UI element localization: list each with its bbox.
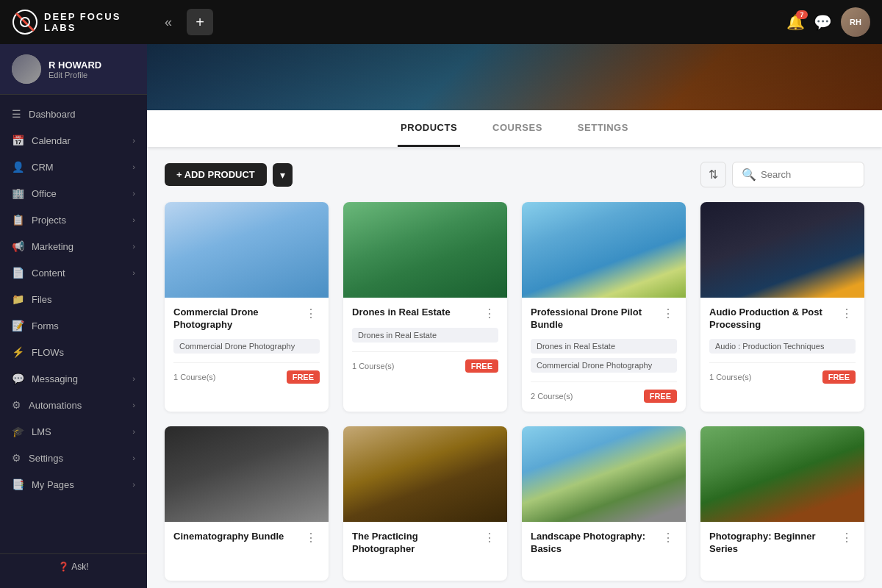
card-image-audio-production — [700, 202, 864, 298]
nav-icon-automations: ⚙ — [12, 399, 21, 411]
nav-icon-settings: ⚙ — [12, 452, 21, 464]
nav-icon-content: 📄 — [12, 267, 24, 279]
nav-icon-forms: 📝 — [12, 320, 24, 331]
free-badge: FREE — [465, 359, 498, 373]
nav-label-calendar: Calendar — [32, 135, 71, 146]
dropdown-button[interactable]: ▾ — [273, 163, 293, 187]
sidebar-item-projects[interactable]: 📋 Projects › — [0, 207, 147, 233]
card-title: Professional Drone Pilot Bundle — [531, 306, 659, 331]
sidebar-item-office[interactable]: 🏢 Office › — [0, 180, 147, 207]
nav-label-files: Files — [32, 294, 51, 305]
sidebar-item-settings[interactable]: ⚙ Settings › — [0, 445, 147, 471]
nav-icon-projects: 📋 — [12, 214, 24, 226]
sidebar-item-calendar[interactable]: 📅 Calendar › — [0, 127, 147, 154]
tab-courses[interactable]: COURSES — [490, 110, 545, 147]
sidebar-item-crm[interactable]: 👤 CRM › — [0, 154, 147, 180]
card-menu-button[interactable]: ⋮ — [481, 531, 498, 545]
card-menu-button[interactable]: ⋮ — [302, 531, 320, 545]
add-button[interactable]: + — [187, 9, 213, 35]
card-image-drones-real-estate — [343, 202, 507, 298]
nav-label-crm: CRM — [32, 162, 54, 173]
product-grid: Commercial Drone Photography ⋮ Commercia… — [165, 202, 864, 581]
sidebar-item-files[interactable]: 📁 Files — [0, 286, 147, 312]
nav-chevron-automations: › — [132, 401, 135, 409]
collapse-button[interactable]: « — [159, 12, 178, 33]
nav-label-marketing: Marketing — [32, 241, 74, 252]
nav-chevron-settings: › — [132, 453, 135, 462]
messages-button[interactable]: 💬 — [814, 13, 832, 31]
sidebar-item-flows[interactable]: ⚡ FLOWs — [0, 339, 147, 365]
card-tag: Commercial Drone Photography — [531, 358, 677, 373]
sidebar-item-content[interactable]: 📄 Content › — [0, 259, 147, 286]
sidebar-item-automations[interactable]: ⚙ Automations › — [0, 392, 147, 418]
sidebar-item-mypages[interactable]: 📑 My Pages › — [0, 471, 147, 498]
tabs-bar: PRODUCTSCOURSESSETTINGS — [147, 110, 882, 147]
nav-chevron-crm: › — [132, 162, 135, 171]
product-card-commercial-drone: Commercial Drone Photography ⋮ Commercia… — [165, 202, 329, 412]
sidebar-item-messaging[interactable]: 💬 Messaging › — [0, 365, 147, 392]
card-menu-button[interactable]: ⋮ — [838, 306, 856, 320]
card-tags: Commercial Drone Photography — [173, 339, 320, 354]
edit-profile-link[interactable]: Edit Profile — [49, 71, 101, 79]
card-image-cinematography — [165, 426, 329, 522]
product-card-drones-real-estate: Drones in Real Estate ⋮ Drones in Real E… — [343, 202, 507, 412]
nav-icon-flows: ⚡ — [12, 346, 24, 358]
nav-icon-mypages: 📑 — [12, 478, 24, 490]
card-tag: Commercial Drone Photography — [173, 339, 320, 354]
card-menu-button[interactable]: ⋮ — [481, 306, 498, 320]
add-product-button[interactable]: + ADD PRODUCT — [165, 163, 267, 186]
product-card-audio-production: Audio Production & Post Processing ⋮ Aud… — [700, 202, 864, 412]
sidebar-item-marketing[interactable]: 📢 Marketing › — [0, 233, 147, 259]
search-box: 🔍 — [732, 162, 864, 187]
nav-icon-calendar: 📅 — [12, 135, 24, 146]
card-menu-button[interactable]: ⋮ — [302, 306, 320, 320]
sidebar-item-dashboard[interactable]: ☰ Dashboard — [0, 101, 147, 127]
nav-icon-messaging: 💬 — [12, 373, 24, 384]
nav-chevron-content: › — [132, 268, 135, 277]
card-menu-button[interactable]: ⋮ — [659, 306, 677, 320]
card-image-commercial-drone — [165, 202, 329, 298]
sidebar-item-lms[interactable]: 🎓 LMS › — [0, 418, 147, 445]
product-card-practicing-photographer: The Practicing Photographer ⋮ — [343, 426, 507, 581]
nav-label-content: Content — [32, 268, 65, 279]
tab-products[interactable]: PRODUCTS — [398, 110, 460, 147]
card-tag: Drones in Real Estate — [352, 328, 498, 343]
free-badge: FREE — [644, 390, 677, 403]
sidebar-user[interactable]: R HOWARD Edit Profile — [0, 44, 147, 95]
card-tags: Drones in Real EstateCommercial Drone Ph… — [531, 339, 677, 373]
user-avatar-topbar[interactable]: RH — [841, 7, 870, 37]
sidebar-item-forms[interactable]: 📝 Forms — [0, 312, 147, 339]
card-image-photography-beginner — [700, 426, 864, 522]
topbar: « + 🔔 7 💬 RH — [147, 0, 882, 44]
sort-button[interactable]: ⇅ — [700, 162, 726, 187]
nav-chevron-office: › — [132, 189, 135, 198]
logo-icon — [12, 9, 38, 35]
card-title: Commercial Drone Photography — [173, 306, 302, 331]
content-area: + ADD PRODUCT ▾ ⇅ 🔍 Commercial Drone Pho… — [147, 147, 882, 588]
nav-icon-marketing: 📢 — [12, 240, 24, 252]
card-title: The Practicing Photographer — [352, 531, 481, 556]
nav-label-office: Office — [32, 188, 57, 199]
nav-chevron-mypages: › — [132, 480, 135, 489]
notification-button[interactable]: 🔔 7 — [786, 13, 805, 31]
nav-chevron-messaging: › — [132, 374, 135, 383]
card-menu-button[interactable]: ⋮ — [838, 531, 856, 545]
content-toolbar: + ADD PRODUCT ▾ ⇅ 🔍 — [165, 162, 864, 187]
search-icon: 🔍 — [742, 168, 756, 182]
card-image-landscape-photography — [522, 426, 686, 522]
free-badge: FREE — [822, 370, 856, 384]
search-input[interactable] — [761, 169, 855, 180]
tab-settings[interactable]: SETTINGS — [575, 110, 631, 147]
card-tags: Audio : Production Techniques — [709, 339, 856, 354]
notification-badge: 7 — [796, 10, 808, 19]
card-image-practicing-photographer — [343, 426, 507, 522]
username: R HOWARD — [49, 60, 101, 71]
nav-icon-crm: 👤 — [12, 161, 24, 173]
free-badge: FREE — [287, 370, 320, 384]
hero-banner: PRODUCTSCOURSESSETTINGS — [147, 44, 882, 147]
card-menu-button[interactable]: ⋮ — [659, 531, 677, 545]
product-card-cinematography: Cinematography Bundle ⋮ — [165, 426, 329, 581]
card-tag: Drones in Real Estate — [531, 339, 677, 354]
ask-button[interactable]: ❓ Ask! — [0, 553, 147, 579]
card-title: Landscape Photography: Basics — [531, 531, 659, 556]
